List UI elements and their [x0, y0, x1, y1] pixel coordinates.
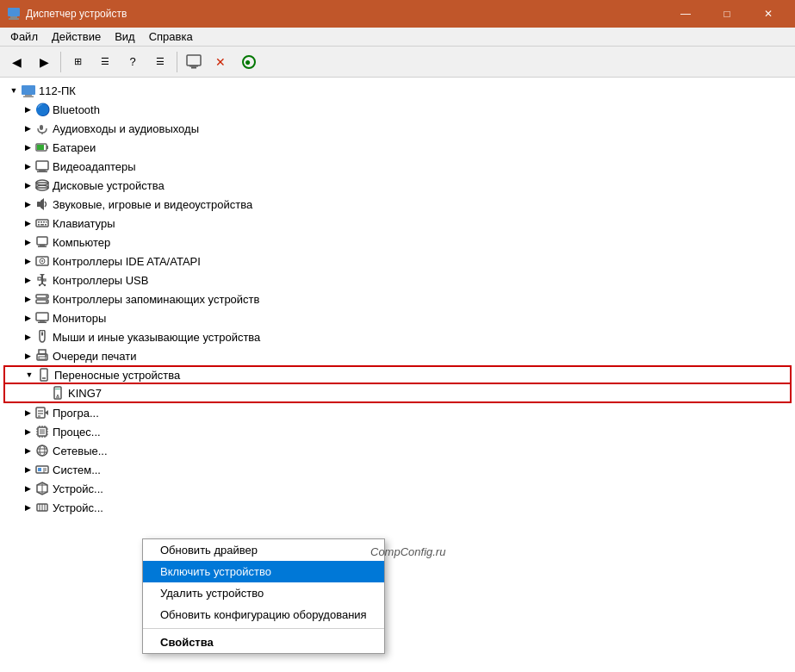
monitors-icon	[34, 310, 50, 326]
svg-rect-34	[38, 246, 47, 248]
disk-label: Дисковые устройства	[53, 179, 165, 192]
svg-rect-1	[10, 16, 17, 18]
tree-root[interactable]: ▼ 112-ПК	[3, 81, 792, 100]
svg-rect-11	[23, 96, 34, 98]
tree-keyboard[interactable]: ▶ Клавиатуры	[3, 214, 792, 233]
system-toggle[interactable]: ▶	[21, 463, 34, 476]
context-properties[interactable]: Свойства	[143, 632, 384, 653]
resources-button[interactable]: ☰	[147, 50, 173, 74]
svg-point-84	[37, 445, 47, 456]
menu-help[interactable]: Справка	[142, 28, 200, 45]
minimize-button[interactable]: —	[666, 0, 705, 28]
usb-toggle[interactable]: ▶	[21, 273, 34, 287]
context-enable-device[interactable]: Включить устройство	[143, 561, 384, 582]
tree-usb[interactable]: ▶ Контроллеры USB	[3, 271, 792, 289]
toolbar-sep-1	[60, 52, 61, 72]
sound-toggle[interactable]: ▶	[21, 197, 34, 211]
svg-rect-63	[55, 389, 60, 389]
menu-file[interactable]: Файл	[3, 28, 45, 45]
context-update-driver[interactable]: Обновить драйвер	[143, 539, 384, 561]
tree-device1[interactable]: ▶ Устройс...	[3, 479, 792, 498]
keyboard-label: Клавиатуры	[53, 217, 115, 230]
tree-system[interactable]: ▶ Систем...	[3, 460, 792, 479]
properties-button[interactable]: ⊞	[65, 50, 90, 74]
network-label: Сетевые...	[53, 445, 108, 457]
tree-storage[interactable]: ▶ Контроллеры запоминающих устройств	[3, 289, 792, 308]
tree-print[interactable]: ▶ Очереди печати	[3, 346, 792, 365]
uninstall-button[interactable]: ✕	[208, 50, 234, 74]
back-button[interactable]: ◀	[3, 50, 29, 74]
tree-mouse[interactable]: ▶ Мыши и иные указывающие устройства	[3, 327, 792, 346]
ide-toggle[interactable]: ▶	[21, 254, 34, 268]
device1-toggle[interactable]: ▶	[21, 482, 34, 495]
window-title: Диспетчер устройств	[26, 8, 666, 20]
context-scan-hw[interactable]: Обновить конфигурацию оборудования	[143, 604, 384, 625]
network-toggle[interactable]: ▶	[21, 444, 34, 457]
tree-video[interactable]: ▶ Видеоадаптеры	[3, 157, 792, 176]
tree-processors[interactable]: ▶ Процес	[3, 422, 792, 441]
svg-rect-56	[39, 350, 46, 354]
king7-label: KING7	[68, 387, 102, 400]
computer-toggle[interactable]: ▶	[21, 235, 34, 249]
root-toggle[interactable]: ▼	[7, 84, 21, 97]
tree-king7[interactable]: ▶ KING7	[3, 384, 792, 403]
app-icon	[7, 7, 21, 21]
svg-rect-25	[38, 221, 40, 223]
programs-toggle[interactable]: ▶	[21, 406, 34, 420]
device2-toggle[interactable]: ▶	[21, 501, 34, 514]
menu-view[interactable]: Вид	[108, 28, 142, 45]
tree-ide[interactable]: ▶ Контроллеры IDE ATA/ATAPI	[3, 252, 792, 271]
storage-toggle[interactable]: ▶	[21, 292, 34, 306]
keyboard-toggle[interactable]: ▶	[21, 216, 34, 230]
tree-audio[interactable]: ▶ Аудиовходы и аудиовыходы	[3, 119, 792, 138]
menu-action[interactable]: Действие	[45, 28, 108, 45]
maximize-button[interactable]: □	[707, 0, 747, 28]
video-toggle[interactable]: ▶	[21, 159, 34, 173]
svg-rect-16	[37, 145, 44, 150]
forward-button[interactable]: ▶	[31, 50, 57, 74]
bluetooth-toggle[interactable]: ▶	[21, 103, 34, 116]
monitors-toggle[interactable]: ▶	[21, 311, 34, 325]
tree-network[interactable]: ▶ Сетевые...	[3, 441, 792, 460]
svg-point-58	[45, 355, 47, 357]
devmgmt-button[interactable]: ☰	[92, 50, 118, 74]
context-uninstall-device[interactable]: Удалить устройство	[143, 582, 384, 604]
king7-icon	[50, 385, 65, 401]
svg-rect-27	[43, 221, 45, 223]
tree-bluetooth[interactable]: ▶ 🔵 Bluetooth	[3, 100, 792, 119]
tree-device2[interactable]: ▶ Устройс...	[3, 498, 792, 517]
tree-sound[interactable]: ▶ Звуковые, игровые и видеоустройства	[3, 195, 792, 214]
svg-point-48	[46, 296, 47, 297]
audio-toggle[interactable]: ▶	[21, 121, 34, 135]
toolbar: ◀ ▶ ⊞ ☰ ? ☰ ✕ ●	[0, 47, 795, 78]
context-menu: Обновить драйвер Включить устройство Уда…	[142, 538, 385, 654]
tree-battery[interactable]: ▶ Батареи	[3, 138, 792, 157]
tree-portable[interactable]: ▼ Переносные устройства	[3, 365, 792, 384]
disk-toggle[interactable]: ▶	[21, 178, 34, 192]
device1-icon	[34, 481, 50, 496]
close-button[interactable]: ✕	[748, 0, 788, 28]
svg-point-62	[57, 395, 59, 396]
processors-toggle[interactable]: ▶	[21, 425, 34, 439]
storage-label: Контроллеры запоминающих устройств	[53, 293, 259, 306]
ide-label: Контроллеры IDE ATA/ATAPI	[53, 255, 201, 268]
tree-computer[interactable]: ▶ Компьютер	[3, 233, 792, 252]
scan-button[interactable]	[181, 50, 207, 74]
help-button[interactable]: ?	[120, 50, 146, 74]
portable-label: Переносные устройства	[54, 369, 180, 382]
audio-label: Аудиовходы и аудиовыходы	[53, 122, 199, 135]
mouse-toggle[interactable]: ▶	[21, 330, 34, 344]
update-button[interactable]: ●	[236, 50, 262, 74]
svg-rect-31	[45, 224, 47, 226]
print-toggle[interactable]: ▶	[21, 349, 34, 363]
mouse-label: Мыши и иные указывающие устройства	[53, 331, 260, 344]
disk-icon	[34, 177, 50, 193]
portable-toggle[interactable]: ▼	[22, 368, 36, 382]
battery-toggle[interactable]: ▶	[21, 140, 34, 154]
tree-disk[interactable]: ▶ Дисковые устройства	[3, 176, 792, 195]
svg-rect-28	[46, 221, 47, 223]
print-label: Очереди печати	[53, 350, 137, 363]
tree-monitors[interactable]: ▶ Мониторы	[3, 308, 792, 327]
tree-programs[interactable]: ▶ Програ...	[3, 403, 792, 422]
root-icon	[21, 83, 36, 98]
